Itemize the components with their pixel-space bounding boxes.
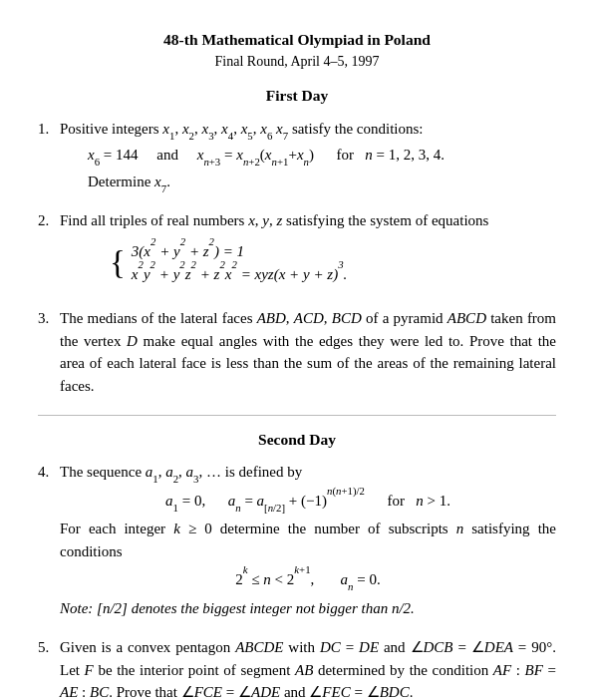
problem-1-determine: Determine x7. (88, 171, 556, 193)
problem-4-formula: a1 = 0, an = a[n/2] + (−1)n(n+1)/2 for n… (60, 490, 556, 513)
problem-2-equations: { 3(x2 + y2 + z2) = 1 x2y2 + y2z2 + z2x2… (110, 240, 556, 287)
problem-2: 2. Find all triples of real numbers x, y… (38, 209, 556, 294)
brace-symbol: { (110, 246, 126, 279)
problem-1: 1. Positive integers x1, x2, x3, x4, x5,… (38, 118, 556, 197)
equation-line-2: x2y2 + y2z2 + z2x2 = xyz(x + y + z)3. (132, 263, 347, 286)
problem-2-number: 2. (38, 209, 60, 232)
problem-5-content: Given is a convex pentagon ABCDE with DC… (60, 636, 556, 700)
equation-lines: 3(x2 + y2 + z2) = 1 x2y2 + y2z2 + z2x2 =… (132, 240, 347, 287)
problem-2-content: Find all triples of real numbers x, y, z… (60, 209, 556, 294)
problem-5: 5. Given is a convex pentagon ABCDE with… (38, 636, 556, 700)
day2-title: Second Day (38, 428, 556, 451)
problem-4-line3: For each integer k ≥ 0 determine the num… (60, 518, 556, 562)
problem-4-condition: 2k ≤ n < 2k+1, an = 0. (60, 568, 556, 591)
problem-2-text: Find all triples of real numbers x, y, z… (60, 209, 556, 232)
problem-3-content: The medians of the lateral faces ABD, AC… (60, 307, 556, 401)
page-header: 48-th Mathematical Olympiad in Poland Fi… (38, 28, 556, 72)
problem-1-formula: x6 = 144 and xn+3 = xn+2(xn+1+xn) for n … (88, 144, 556, 167)
header-subtitle: Final Round, April 4–5, 1997 (38, 51, 556, 72)
problem-4-content: The sequence a1, a2, a3, … is defined by… (60, 461, 556, 623)
problem-1-number: 1. (38, 118, 60, 141)
problem-5-number: 5. (38, 636, 60, 659)
problem-3: 3. The medians of the lateral faces ABD,… (38, 307, 556, 401)
header-title: 48-th Mathematical Olympiad in Poland (38, 28, 556, 51)
day-divider (38, 415, 556, 416)
problem-4-line1: The sequence a1, a2, a3, … is defined by (60, 461, 556, 484)
problem-1-content: Positive integers x1, x2, x3, x4, x5, x6… (60, 118, 556, 197)
problem-4-number: 4. (38, 461, 60, 484)
problem-1-text: Positive integers x1, x2, x3, x4, x5, x6… (60, 118, 556, 141)
equation-line-1: 3(x2 + y2 + z2) = 1 (132, 240, 347, 263)
problem-4: 4. The sequence a1, a2, a3, … is defined… (38, 461, 556, 623)
problem-3-number: 3. (38, 307, 60, 330)
day1-title: First Day (38, 84, 556, 107)
problem-3-text: The medians of the lateral faces ABD, AC… (60, 307, 556, 397)
problem-5-text: Given is a convex pentagon ABCDE with DC… (60, 636, 556, 700)
problem-4-note: Note: [n/2] denotes the biggest integer … (60, 597, 556, 620)
